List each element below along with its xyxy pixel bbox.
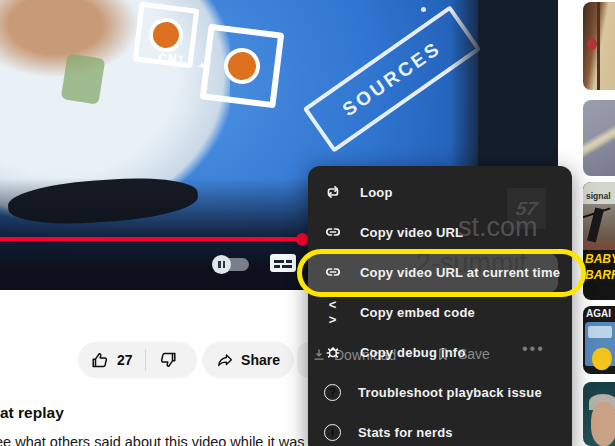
suggested-video-thumbnail[interactable] <box>583 382 615 446</box>
thumbnail-caption: signal <box>586 191 611 201</box>
thumb-down-icon <box>158 350 178 370</box>
menu-item-label: Troubleshoot playback issue <box>358 385 542 400</box>
loop-icon <box>323 182 343 202</box>
menu-item-label: Copy embed code <box>360 305 475 320</box>
like-count: 27 <box>117 352 133 368</box>
subtitles-button[interactable] <box>270 254 296 272</box>
question-icon: ? <box>324 384 341 401</box>
thumbnail-face <box>591 402 615 446</box>
suggested-video-thumbnail[interactable]: signal BABY BARR <box>583 182 615 300</box>
dislike-button[interactable] <box>146 342 192 378</box>
thumbnail-caption: BABY <box>585 252 615 266</box>
menu-item-copy-debug-info[interactable]: Copy debug info <box>308 332 572 372</box>
menu-item-label: Loop <box>360 185 393 200</box>
menu-item-copy-video-url-at-current-time[interactable]: Copy video URL at current time <box>308 252 572 292</box>
autoplay-toggle[interactable] <box>212 255 250 274</box>
suggested-video-thumbnail[interactable]: AGAI <box>583 306 615 374</box>
info-icon: i <box>324 424 341 441</box>
menu-item-loop[interactable]: Loop <box>308 172 572 212</box>
menu-item-label: Copy video URL <box>360 225 463 240</box>
red-yarn <box>587 38 597 50</box>
menu-item-troubleshoot-playback-issue[interactable]: ? Troubleshoot playback issue <box>308 372 572 412</box>
embed-code-icon: < > <box>323 297 343 327</box>
video-progress-bar[interactable] <box>0 237 306 241</box>
thumbnail-caption: BARR <box>585 268 615 282</box>
toggle-knob-pause-icon <box>212 255 231 274</box>
thumb-up-icon <box>90 350 110 370</box>
chat-replay-heading: at replay <box>0 404 64 422</box>
youtube-watch-page: CN1 ➤ SOURCES 27 <box>0 0 615 446</box>
menu-item-copy-embed-code[interactable]: < > Copy embed code <box>308 292 572 332</box>
presenter-badge <box>61 53 106 104</box>
share-button[interactable]: Share <box>202 342 294 378</box>
menu-item-stats-for-nerds[interactable]: i Stats for nerds <box>308 412 572 446</box>
pcb-pad-two <box>200 24 285 109</box>
player-context-menu: 57 st.com 2-summit Download Save ••• <box>308 166 572 446</box>
like-button[interactable]: 27 <box>78 342 145 378</box>
share-label: Share <box>241 352 280 368</box>
menu-item-copy-video-url[interactable]: Copy video URL <box>308 212 572 252</box>
like-dislike-pill: 27 <box>78 342 197 378</box>
menu-item-label: Stats for nerds <box>358 425 453 440</box>
menu-item-label: Copy video URL at current time <box>360 265 560 280</box>
bug-icon <box>323 342 343 362</box>
link-icon <box>323 262 343 282</box>
link-icon <box>323 222 343 242</box>
thumbnail-caption: AGAI <box>586 308 611 319</box>
menu-item-label: Copy debug info <box>360 345 466 360</box>
video-speck <box>421 7 426 12</box>
suggested-video-thumbnail[interactable] <box>583 100 615 176</box>
pcb-hole-icon <box>147 16 185 54</box>
context-menu-items: Loop Copy video URL Copy video URL at cu… <box>308 166 572 446</box>
share-icon <box>216 350 234 370</box>
pcb-connector-label: CN1 <box>157 51 185 68</box>
suggested-video-thumbnail[interactable] <box>583 2 615 90</box>
pcb-hole-icon <box>222 46 262 86</box>
chat-replay-description: ee what others said about this video whi… <box>0 434 312 446</box>
